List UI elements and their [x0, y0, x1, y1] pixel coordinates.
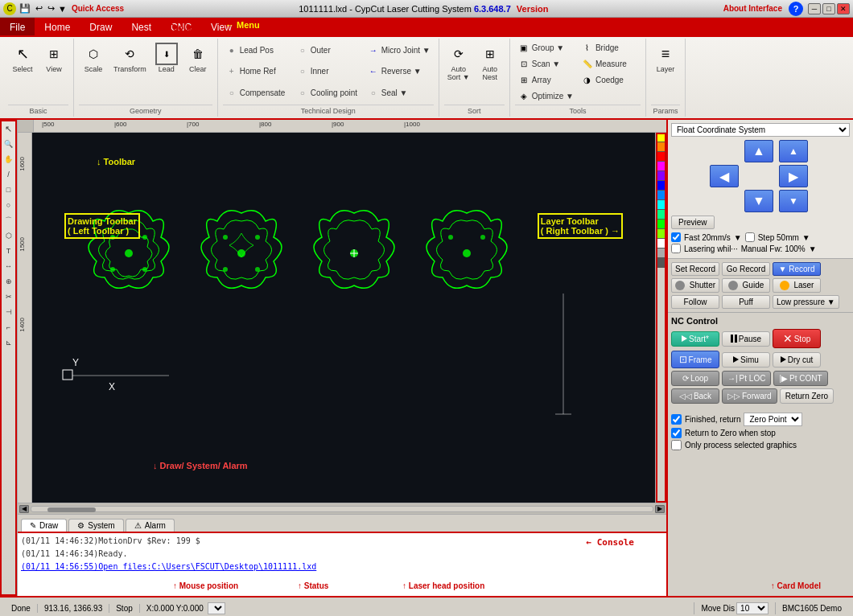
array-button[interactable]: ⊞ Array	[515, 72, 577, 87]
tab-alarm[interactable]: ⚠ Alarm	[126, 519, 175, 532]
dry-cut-button[interactable]: Dry cut	[773, 352, 821, 368]
lead-button[interactable]: ⬇ Lead	[152, 40, 181, 76]
menu-item-file[interactable]: File	[0, 18, 35, 37]
fast-speed-checkbox[interactable]	[671, 232, 681, 242]
lt-extend[interactable]: ⊣	[2, 305, 16, 319]
scale-button[interactable]: ⬡ Scale	[79, 40, 108, 76]
bridge-button[interactable]: ⌇ Bridge	[579, 40, 641, 55]
lt-node[interactable]: ⊕	[2, 274, 16, 289]
laser-button[interactable]: Laser	[773, 278, 821, 293]
follow-button[interactable]: Follow	[671, 295, 719, 309]
seal-button[interactable]: ○ Seal ▼	[365, 83, 434, 103]
scroll-right-btn[interactable]: ▶	[655, 505, 665, 513]
auto-nest-button[interactable]: ⊞ AutoNest	[476, 40, 505, 84]
lt-chamfer[interactable]: ⊾	[2, 335, 16, 350]
select-button[interactable]: ↖ Select	[8, 40, 37, 76]
layer-color-orange[interactable]	[656, 142, 666, 152]
float-coord-dropdown[interactable]: Float Coordinate System	[671, 123, 850, 137]
save-icon[interactable]: 💾	[18, 3, 32, 14]
scan-button[interactable]: ⊡ Scan ▼	[515, 56, 577, 71]
forward-button[interactable]: ▷▷ Forward	[722, 388, 777, 404]
inner-button[interactable]: ○ Inner	[294, 62, 363, 82]
only-process-checkbox[interactable]	[671, 440, 682, 450]
lt-pan[interactable]: ✋	[2, 152, 16, 166]
preview-button[interactable]: Preview	[671, 216, 715, 229]
return-zero-checkbox[interactable]	[671, 428, 682, 438]
group-button[interactable]: ▣ Group ▼	[515, 40, 577, 55]
zero-point-dropdown[interactable]: Zero Point	[744, 413, 802, 426]
pt-loc-button[interactable]: →| Pt LOC	[722, 371, 771, 386]
auto-sort-button[interactable]: ⟳ AutoSort ▼	[444, 40, 473, 84]
lt-zoom[interactable]: 🔍	[2, 137, 16, 151]
close-button[interactable]: ✕	[837, 3, 850, 14]
coedge-button[interactable]: ◑ Coedge	[579, 72, 641, 87]
view-button[interactable]: ⊞ View	[39, 40, 68, 76]
lt-select[interactable]: ↖	[2, 121, 16, 136]
cooling-point-button[interactable]: ○ Cooling point	[294, 83, 363, 103]
puff-button[interactable]: Puff	[722, 295, 770, 309]
lasering-checkbox[interactable]	[671, 244, 681, 253]
lt-line[interactable]: /	[2, 167, 16, 182]
layer-color-lime[interactable]	[656, 229, 666, 239]
transform-button[interactable]: ⟲ Transform	[110, 40, 150, 76]
measure-button[interactable]: 📏 Measure	[579, 56, 641, 71]
nav-up-right-button[interactable]: ▲	[779, 140, 808, 162]
outer-button[interactable]: ○ Outer	[294, 40, 363, 60]
start-button[interactable]: Start*	[671, 331, 719, 347]
stop-button[interactable]: ✕ Stop	[773, 329, 821, 348]
laser-pos-dropdown[interactable]	[208, 602, 225, 614]
menu-item-draw[interactable]: Draw	[80, 18, 122, 37]
console-line-3[interactable]: (01/11 14:56:55)Open files:C:\Users\FSCU…	[21, 561, 663, 573]
layer-color-gray[interactable]	[656, 248, 666, 258]
nav-left-button[interactable]: ◀	[710, 165, 739, 187]
tab-draw[interactable]: ✎ Draw	[21, 519, 67, 532]
layer-color-yellow[interactable]	[656, 133, 666, 142]
loop-button[interactable]: ⟳ Loop	[671, 371, 719, 386]
tab-system[interactable]: ⚙ System	[68, 519, 123, 532]
horizontal-scrollbar[interactable]: ◀ ▶	[18, 503, 666, 514]
nav-down-button[interactable]: ▼	[744, 190, 773, 212]
shutter-button[interactable]: Shutter	[671, 278, 719, 293]
record-button[interactable]: ▼ Record	[773, 262, 821, 276]
step-dropdown[interactable]: ▼	[802, 233, 810, 242]
layer-color-magenta[interactable]	[656, 162, 666, 171]
optimize-button[interactable]: ◈ Optimize ▼	[515, 88, 577, 103]
simu-button[interactable]: Simu	[722, 352, 770, 368]
menu-item-nest[interactable]: Nest	[122, 18, 161, 37]
layer-color-cyan[interactable]	[656, 200, 666, 210]
layer-button[interactable]: ≡ Layer	[651, 40, 680, 76]
scroll-left-btn[interactable]: ◀	[19, 505, 29, 513]
maximize-button[interactable]: □	[822, 3, 835, 14]
drawing-canvas[interactable]: Y X ↓ Toolbar Drawing Toolbar( Left Tool…	[32, 133, 655, 503]
lead-pos-button[interactable]: ● Lead Pos	[223, 40, 292, 60]
menu-item-home[interactable]: Home	[35, 18, 80, 37]
layer-color-violet[interactable]	[656, 171, 666, 181]
manual-fw-dropdown[interactable]: ▼	[809, 244, 817, 253]
return-zero-button[interactable]: Return Zero	[780, 388, 834, 404]
fast-dropdown[interactable]: ▼	[734, 233, 742, 242]
nav-down-right-button[interactable]: ▼	[779, 190, 808, 212]
back-button[interactable]: ◁◁ Back	[671, 388, 719, 404]
low-pressure-button[interactable]: Low pressure ▼	[773, 295, 839, 309]
about-button[interactable]: ?	[789, 2, 803, 16]
home-ref-button[interactable]: + Home Ref	[223, 62, 292, 82]
nav-up-button[interactable]: ▲	[744, 140, 773, 162]
set-record-button[interactable]: Set Record	[671, 262, 719, 276]
layer-color-blue[interactable]	[656, 181, 666, 191]
layer-color-lightblue[interactable]	[656, 191, 666, 200]
finished-return-checkbox[interactable]	[671, 414, 682, 425]
lt-arc[interactable]: ⌒	[2, 213, 16, 228]
lt-poly[interactable]: ⬡	[2, 228, 16, 243]
micro-joint-button[interactable]: → Micro Joint ▼	[365, 40, 434, 60]
minimize-button[interactable]: ─	[808, 3, 821, 14]
go-record-button[interactable]: Go Record	[722, 262, 770, 276]
lt-measure[interactable]: ↔	[2, 259, 16, 273]
step-checkbox[interactable]	[745, 232, 755, 242]
pause-button[interactable]: Pause	[722, 331, 770, 347]
frame-button[interactable]: ⊡ Frame	[671, 351, 719, 368]
lt-rect[interactable]: □	[2, 183, 16, 197]
layer-color-red[interactable]	[656, 152, 666, 162]
layer-color-darkgray[interactable]	[656, 258, 666, 268]
pt-cont-button[interactable]: |▶ Pt CONT	[773, 371, 827, 386]
move-dis-dropdown[interactable]: 10	[736, 602, 769, 614]
